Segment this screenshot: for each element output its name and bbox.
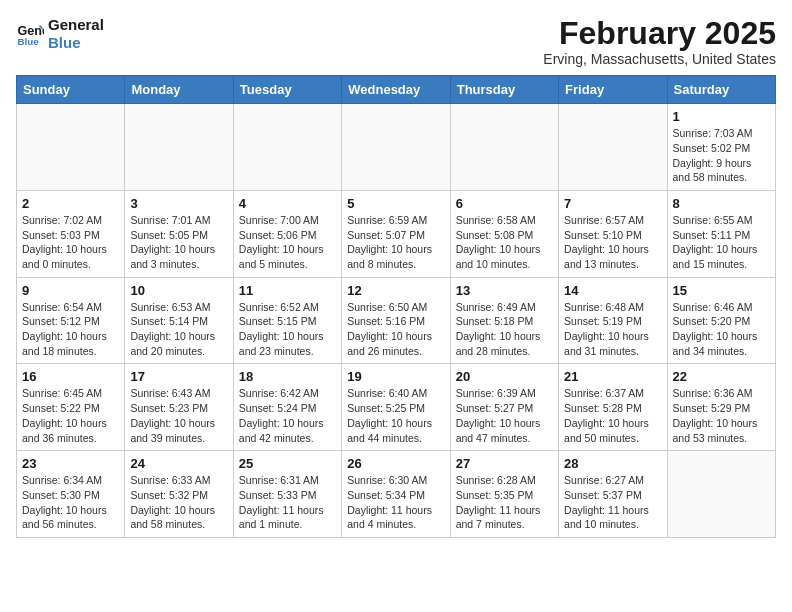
- day-number: 18: [239, 369, 336, 384]
- day-info: Sunrise: 6:57 AM Sunset: 5:10 PM Dayligh…: [564, 213, 661, 272]
- day-info: Sunrise: 6:34 AM Sunset: 5:30 PM Dayligh…: [22, 473, 119, 532]
- day-of-week-friday: Friday: [559, 76, 667, 104]
- day-of-week-sunday: Sunday: [17, 76, 125, 104]
- day-number: 12: [347, 283, 444, 298]
- calendar-cell: 28Sunrise: 6:27 AM Sunset: 5:37 PM Dayli…: [559, 451, 667, 538]
- week-row-3: 9Sunrise: 6:54 AM Sunset: 5:12 PM Daylig…: [17, 277, 776, 364]
- day-number: 1: [673, 109, 770, 124]
- calendar-cell: 21Sunrise: 6:37 AM Sunset: 5:28 PM Dayli…: [559, 364, 667, 451]
- day-info: Sunrise: 6:42 AM Sunset: 5:24 PM Dayligh…: [239, 386, 336, 445]
- calendar-cell: [559, 104, 667, 191]
- day-number: 17: [130, 369, 227, 384]
- week-row-5: 23Sunrise: 6:34 AM Sunset: 5:30 PM Dayli…: [17, 451, 776, 538]
- day-number: 11: [239, 283, 336, 298]
- day-info: Sunrise: 6:43 AM Sunset: 5:23 PM Dayligh…: [130, 386, 227, 445]
- day-number: 28: [564, 456, 661, 471]
- day-number: 6: [456, 196, 553, 211]
- day-number: 14: [564, 283, 661, 298]
- day-number: 16: [22, 369, 119, 384]
- calendar-cell: [233, 104, 341, 191]
- day-info: Sunrise: 6:45 AM Sunset: 5:22 PM Dayligh…: [22, 386, 119, 445]
- calendar-cell: 17Sunrise: 6:43 AM Sunset: 5:23 PM Dayli…: [125, 364, 233, 451]
- calendar-cell: 8Sunrise: 6:55 AM Sunset: 5:11 PM Daylig…: [667, 190, 775, 277]
- calendar-cell: 5Sunrise: 6:59 AM Sunset: 5:07 PM Daylig…: [342, 190, 450, 277]
- calendar-cell: 20Sunrise: 6:39 AM Sunset: 5:27 PM Dayli…: [450, 364, 558, 451]
- day-info: Sunrise: 6:33 AM Sunset: 5:32 PM Dayligh…: [130, 473, 227, 532]
- logo-general: General: [48, 16, 104, 34]
- day-of-week-wednesday: Wednesday: [342, 76, 450, 104]
- day-info: Sunrise: 6:50 AM Sunset: 5:16 PM Dayligh…: [347, 300, 444, 359]
- day-info: Sunrise: 6:58 AM Sunset: 5:08 PM Dayligh…: [456, 213, 553, 272]
- calendar-cell: 14Sunrise: 6:48 AM Sunset: 5:19 PM Dayli…: [559, 277, 667, 364]
- day-info: Sunrise: 7:01 AM Sunset: 5:05 PM Dayligh…: [130, 213, 227, 272]
- calendar-cell: [450, 104, 558, 191]
- day-info: Sunrise: 7:00 AM Sunset: 5:06 PM Dayligh…: [239, 213, 336, 272]
- day-info: Sunrise: 6:49 AM Sunset: 5:18 PM Dayligh…: [456, 300, 553, 359]
- day-info: Sunrise: 6:46 AM Sunset: 5:20 PM Dayligh…: [673, 300, 770, 359]
- day-info: Sunrise: 6:39 AM Sunset: 5:27 PM Dayligh…: [456, 386, 553, 445]
- day-info: Sunrise: 6:37 AM Sunset: 5:28 PM Dayligh…: [564, 386, 661, 445]
- day-info: Sunrise: 6:30 AM Sunset: 5:34 PM Dayligh…: [347, 473, 444, 532]
- calendar-cell: 1Sunrise: 7:03 AM Sunset: 5:02 PM Daylig…: [667, 104, 775, 191]
- day-info: Sunrise: 6:59 AM Sunset: 5:07 PM Dayligh…: [347, 213, 444, 272]
- calendar-cell: 11Sunrise: 6:52 AM Sunset: 5:15 PM Dayli…: [233, 277, 341, 364]
- calendar-cell: 4Sunrise: 7:00 AM Sunset: 5:06 PM Daylig…: [233, 190, 341, 277]
- day-info: Sunrise: 7:03 AM Sunset: 5:02 PM Dayligh…: [673, 126, 770, 185]
- day-of-week-saturday: Saturday: [667, 76, 775, 104]
- title-area: February 2025 Erving, Massachusetts, Uni…: [543, 16, 776, 67]
- calendar-cell: 24Sunrise: 6:33 AM Sunset: 5:32 PM Dayli…: [125, 451, 233, 538]
- day-info: Sunrise: 6:48 AM Sunset: 5:19 PM Dayligh…: [564, 300, 661, 359]
- calendar-cell: 18Sunrise: 6:42 AM Sunset: 5:24 PM Dayli…: [233, 364, 341, 451]
- calendar-cell: [125, 104, 233, 191]
- calendar-cell: 9Sunrise: 6:54 AM Sunset: 5:12 PM Daylig…: [17, 277, 125, 364]
- calendar-cell: 13Sunrise: 6:49 AM Sunset: 5:18 PM Dayli…: [450, 277, 558, 364]
- calendar-cell: [342, 104, 450, 191]
- calendar-cell: 12Sunrise: 6:50 AM Sunset: 5:16 PM Dayli…: [342, 277, 450, 364]
- day-number: 25: [239, 456, 336, 471]
- day-info: Sunrise: 6:53 AM Sunset: 5:14 PM Dayligh…: [130, 300, 227, 359]
- day-number: 24: [130, 456, 227, 471]
- location: Erving, Massachusetts, United States: [543, 51, 776, 67]
- day-number: 13: [456, 283, 553, 298]
- day-number: 9: [22, 283, 119, 298]
- day-info: Sunrise: 6:27 AM Sunset: 5:37 PM Dayligh…: [564, 473, 661, 532]
- calendar-cell: 23Sunrise: 6:34 AM Sunset: 5:30 PM Dayli…: [17, 451, 125, 538]
- day-number: 21: [564, 369, 661, 384]
- day-of-week-thursday: Thursday: [450, 76, 558, 104]
- day-number: 8: [673, 196, 770, 211]
- svg-text:Blue: Blue: [17, 36, 39, 47]
- week-row-2: 2Sunrise: 7:02 AM Sunset: 5:03 PM Daylig…: [17, 190, 776, 277]
- calendar-cell: 7Sunrise: 6:57 AM Sunset: 5:10 PM Daylig…: [559, 190, 667, 277]
- calendar-cell: 26Sunrise: 6:30 AM Sunset: 5:34 PM Dayli…: [342, 451, 450, 538]
- day-number: 10: [130, 283, 227, 298]
- day-info: Sunrise: 6:54 AM Sunset: 5:12 PM Dayligh…: [22, 300, 119, 359]
- day-number: 4: [239, 196, 336, 211]
- calendar-cell: 10Sunrise: 6:53 AM Sunset: 5:14 PM Dayli…: [125, 277, 233, 364]
- calendar-cell: 16Sunrise: 6:45 AM Sunset: 5:22 PM Dayli…: [17, 364, 125, 451]
- day-info: Sunrise: 6:55 AM Sunset: 5:11 PM Dayligh…: [673, 213, 770, 272]
- day-number: 23: [22, 456, 119, 471]
- day-number: 7: [564, 196, 661, 211]
- calendar-cell: [667, 451, 775, 538]
- day-number: 27: [456, 456, 553, 471]
- calendar-cell: 6Sunrise: 6:58 AM Sunset: 5:08 PM Daylig…: [450, 190, 558, 277]
- day-info: Sunrise: 6:52 AM Sunset: 5:15 PM Dayligh…: [239, 300, 336, 359]
- day-number: 26: [347, 456, 444, 471]
- day-number: 22: [673, 369, 770, 384]
- day-number: 19: [347, 369, 444, 384]
- calendar-cell: 19Sunrise: 6:40 AM Sunset: 5:25 PM Dayli…: [342, 364, 450, 451]
- week-row-1: 1Sunrise: 7:03 AM Sunset: 5:02 PM Daylig…: [17, 104, 776, 191]
- month-year: February 2025: [543, 16, 776, 51]
- day-of-week-tuesday: Tuesday: [233, 76, 341, 104]
- day-of-week-monday: Monday: [125, 76, 233, 104]
- week-row-4: 16Sunrise: 6:45 AM Sunset: 5:22 PM Dayli…: [17, 364, 776, 451]
- calendar-cell: 2Sunrise: 7:02 AM Sunset: 5:03 PM Daylig…: [17, 190, 125, 277]
- day-number: 3: [130, 196, 227, 211]
- day-info: Sunrise: 6:40 AM Sunset: 5:25 PM Dayligh…: [347, 386, 444, 445]
- calendar-cell: 3Sunrise: 7:01 AM Sunset: 5:05 PM Daylig…: [125, 190, 233, 277]
- calendar-cell: 27Sunrise: 6:28 AM Sunset: 5:35 PM Dayli…: [450, 451, 558, 538]
- calendar: SundayMondayTuesdayWednesdayThursdayFrid…: [16, 75, 776, 538]
- calendar-cell: 25Sunrise: 6:31 AM Sunset: 5:33 PM Dayli…: [233, 451, 341, 538]
- day-info: Sunrise: 6:36 AM Sunset: 5:29 PM Dayligh…: [673, 386, 770, 445]
- calendar-cell: 15Sunrise: 6:46 AM Sunset: 5:20 PM Dayli…: [667, 277, 775, 364]
